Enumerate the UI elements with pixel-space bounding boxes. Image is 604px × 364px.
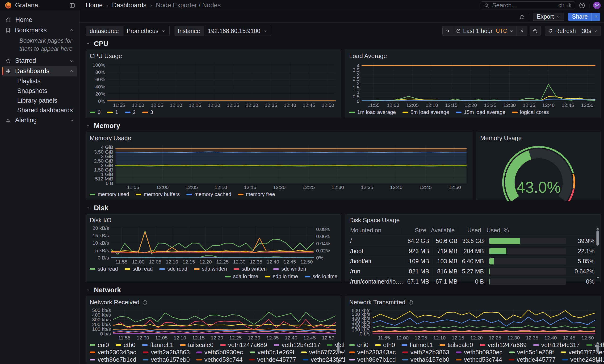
legend-item[interactable]: veth5b0930ec xyxy=(196,349,243,356)
memory-usage-gauge[interactable]: 43.0% xyxy=(480,143,598,201)
column-header[interactable]: Used, % xyxy=(484,227,595,234)
sidebar-item-snapshots[interactable]: Snapshots xyxy=(2,86,77,96)
legend-item[interactable]: 3 xyxy=(142,109,153,115)
time-shift-back-button[interactable] xyxy=(442,26,453,36)
legend-item[interactable]: memory buffers xyxy=(136,191,179,198)
panel-title[interactable]: Memory Usage xyxy=(86,132,472,142)
legend-item[interactable]: sdb written xyxy=(234,266,267,272)
export-button[interactable]: Export xyxy=(533,13,564,21)
legend-scrollbar[interactable] xyxy=(596,342,599,363)
share-dropdown-caret[interactable] xyxy=(591,13,600,21)
column-header[interactable]: Size xyxy=(402,227,430,234)
legend-item[interactable]: cni0 xyxy=(90,341,109,349)
legend-item[interactable]: 1m load average xyxy=(349,109,396,115)
legend-item[interactable]: 0 xyxy=(90,109,101,115)
time-shift-forward-button[interactable] xyxy=(517,26,527,36)
legend-item[interactable]: veth230343ac xyxy=(90,349,136,356)
legend-item[interactable]: vethde445777 xyxy=(249,356,296,363)
section-header-disk[interactable]: Disk xyxy=(86,203,601,213)
sidebar-item-playlists[interactable]: Playlists xyxy=(2,76,77,86)
panel-title[interactable]: Disk I/O xyxy=(86,214,341,224)
legend-item[interactable]: veth230343ac xyxy=(349,349,396,356)
legend-item[interactable]: vetha6157eb0 xyxy=(402,356,449,363)
dock-sidebar-icon[interactable] xyxy=(69,2,75,9)
legend-item[interactable]: veth12b4c317 xyxy=(533,341,580,349)
legend-item[interactable]: cni0 xyxy=(349,341,368,349)
sidebar-item-home[interactable]: Home xyxy=(2,15,77,25)
time-range-picker[interactable]: Last 1 hour UTC xyxy=(453,26,517,36)
legend-item[interactable]: veth1247a689 xyxy=(480,341,527,349)
help-icon[interactable] xyxy=(579,2,585,9)
legend-item[interactable]: 15m load average xyxy=(456,109,505,115)
refresh-interval-select[interactable]: 30s xyxy=(579,26,601,36)
legend-item[interactable]: veth12b4c317 xyxy=(274,341,320,349)
chevron-up-icon[interactable] xyxy=(69,69,74,74)
legend-item[interactable]: tailscale0 xyxy=(440,341,473,349)
chevron-up-icon[interactable] xyxy=(69,28,74,33)
legend-item[interactable]: memory used xyxy=(90,191,129,198)
legend-item[interactable]: memory cached xyxy=(186,191,231,198)
legend-item[interactable]: veth86e7b1cd xyxy=(90,356,136,363)
grafana-brand[interactable]: Grafana xyxy=(5,2,38,9)
sidebar-item-shared-dashboards[interactable]: Shared dashboards xyxy=(2,105,77,115)
chevron-down-icon[interactable] xyxy=(69,118,74,123)
panel-title[interactable]: Load Average xyxy=(345,50,601,60)
panel-title[interactable]: CPU Usage xyxy=(86,50,341,60)
network-received-chart[interactable]: 0 b/s100 kb/s200 kb/s300 kb/s400 kb/s500… xyxy=(88,306,339,341)
legend-item[interactable]: 5m load average xyxy=(403,109,449,115)
section-header-memory[interactable]: Memory xyxy=(86,121,601,131)
legend-item[interactable]: veth13c87e97 xyxy=(586,341,604,349)
legend-item[interactable]: flannel.1 xyxy=(142,341,173,349)
load-average-chart[interactable]: 00.511.522.533.5411:5512:0012:0512:1012:… xyxy=(347,60,599,108)
instance-variable[interactable]: Instance 192.168.80.15:9100 xyxy=(174,26,272,36)
sidebar-item-bookmarks[interactable]: Bookmarks xyxy=(2,25,77,35)
breadcrumb-dashboards[interactable]: Dashboards xyxy=(112,2,147,9)
legend-item[interactable]: veth1247a689 xyxy=(220,341,267,349)
search-input[interactable]: Search... ctrl+k xyxy=(481,1,575,9)
sidebar-item-alerting[interactable]: Alerting xyxy=(2,115,77,126)
legend-item[interactable]: veth2a2b3863 xyxy=(143,349,190,356)
legend-item[interactable]: veth2a2b3863 xyxy=(402,349,449,356)
legend-item[interactable]: vethcd53c744 xyxy=(456,356,502,363)
info-icon[interactable] xyxy=(142,300,148,305)
chevron-down-icon[interactable] xyxy=(69,59,74,63)
disk-io-chart[interactable]: 0 B/s5 kB/s10 kB/s15 kB/s20 kB/s0%0.02%0… xyxy=(88,224,339,265)
panel-title[interactable]: Network Transmitted xyxy=(345,296,601,306)
legend-item[interactable]: flannel.1 xyxy=(402,341,433,349)
legend-item[interactable]: vethcd53c744 xyxy=(196,356,242,363)
legend-item[interactable]: sdc io time xyxy=(305,273,337,279)
legend-item[interactable]: sda written xyxy=(194,266,227,272)
legend-item[interactable]: vethde445777 xyxy=(509,356,556,363)
legend-scrollbar[interactable] xyxy=(337,342,340,363)
legend-item[interactable]: 2 xyxy=(125,109,136,115)
legend-item[interactable]: eth0 xyxy=(116,341,136,349)
legend-item[interactable]: memory free xyxy=(238,191,275,198)
table-scrollbar[interactable] xyxy=(596,228,599,279)
instance-select[interactable]: 192.168.80.15:9100 xyxy=(204,26,271,36)
info-icon[interactable] xyxy=(408,300,413,305)
favorite-star-icon[interactable] xyxy=(519,14,525,20)
user-avatar[interactable] xyxy=(593,2,601,9)
column-header[interactable]: Mounted on xyxy=(349,227,402,234)
network-transmitted-chart[interactable]: 0 b/s100 kb/s200 kb/s300 kb/s400 kb/s500… xyxy=(347,306,599,341)
sidebar-item-library-panels[interactable]: Library panels xyxy=(2,96,77,105)
legend-item[interactable]: sdc written xyxy=(273,266,306,272)
sidebar-item-dashboards[interactable]: Dashboards xyxy=(2,66,77,76)
legend-item[interactable]: sdb io time xyxy=(265,273,298,279)
legend-item[interactable]: vetha6157eb0 xyxy=(143,356,190,363)
legend-item[interactable]: tailscale0 xyxy=(180,341,214,349)
legend-item[interactable]: sda io time xyxy=(225,273,258,279)
legend-item[interactable]: sdb read xyxy=(125,266,153,272)
sidebar-item-starred[interactable]: Starred xyxy=(2,56,77,66)
legend-item[interactable]: veth5b0930ec xyxy=(456,349,502,356)
legend-item[interactable]: veth5c1e269f xyxy=(250,349,294,356)
datasource-variable[interactable]: datasource Prometheus xyxy=(86,26,170,36)
panel-title[interactable]: Memory Usage xyxy=(476,132,601,142)
legend-item[interactable]: veth5c1e269f xyxy=(509,349,554,356)
column-header[interactable]: Available xyxy=(430,227,458,234)
legend-item[interactable]: sdc read xyxy=(159,266,187,272)
refresh-button[interactable]: Refresh xyxy=(545,26,579,36)
legend-item[interactable]: eth0 xyxy=(375,341,395,349)
datasource-select[interactable]: Prometheus xyxy=(123,26,169,36)
breadcrumb-home[interactable]: Home xyxy=(86,2,103,9)
